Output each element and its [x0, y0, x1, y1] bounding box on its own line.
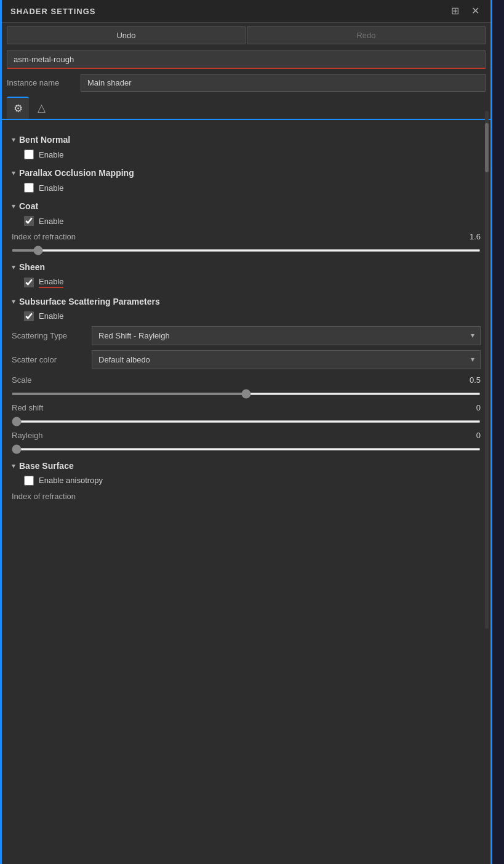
tab-icons-row: ⚙ △: [2, 94, 490, 120]
sheen-chevron: ▾: [12, 263, 15, 271]
rayleigh-slider-row: [12, 442, 481, 452]
close-icon: ✕: [471, 6, 479, 16]
coat-chevron: ▾: [12, 202, 15, 210]
base-surface-title: Base Surface: [19, 461, 74, 471]
bent-normal-enable-row: Enable: [24, 150, 481, 159]
red-shift-slider[interactable]: [12, 420, 481, 423]
shape-triangle-icon: △: [38, 102, 46, 114]
content-area: ▾ Bent Normal Enable ▾ Parallax Occlusio…: [2, 120, 490, 864]
scale-label: Scale: [12, 375, 32, 385]
title-bar: SHADER SETTINGS ⊞ ✕: [2, 0, 490, 23]
coat-ior-label: Index of refraction: [12, 232, 76, 241]
sss-enable-row: Enable: [24, 311, 481, 321]
scrollbar-thumb[interactable]: [485, 123, 489, 172]
parallax-section-header[interactable]: ▾ Parallax Occlusion Mapping: [12, 168, 481, 178]
bent-normal-enable-label: Enable: [39, 150, 63, 159]
parallax-chevron: ▾: [12, 169, 15, 177]
rayleigh-param-row: Rayleigh 0: [12, 431, 481, 440]
base-surface-ior-row: Index of refraction: [12, 492, 481, 501]
sheen-title: Sheen: [19, 262, 45, 272]
rayleigh-label: Rayleigh: [12, 431, 43, 440]
parallax-enable-label: Enable: [39, 183, 63, 193]
parallax-enable-checkbox[interactable]: [24, 183, 34, 193]
sheen-section-header[interactable]: ▾ Sheen: [12, 262, 481, 272]
base-surface-anisotropy-checkbox[interactable]: [24, 476, 34, 486]
base-surface-chevron: ▾: [12, 462, 15, 470]
red-shift-label: Red shift: [12, 403, 43, 412]
scattering-type-label: Scattering Type: [12, 331, 86, 340]
coat-title: Coat: [19, 201, 38, 211]
scatter-color-row: Scatter color Default albedo Custom Text…: [12, 350, 481, 369]
scattering-type-row: Scattering Type Red Shift - Rayleigh Ray…: [12, 326, 481, 345]
base-surface-ior-label: Index of refraction: [12, 492, 76, 501]
scatter-color-wrapper: Default albedo Custom Texture ▾: [92, 350, 481, 369]
shader-name-row: asm-metal-rough: [2, 48, 490, 71]
bent-normal-title: Bent Normal: [19, 135, 70, 145]
coat-enable-label: Enable: [39, 217, 63, 226]
red-shift-slider-row: [12, 415, 481, 425]
scale-param-row: Scale 0.5: [12, 375, 481, 385]
scattering-type-wrapper: Red Shift - Rayleigh Rayleigh Mie Henyey…: [92, 326, 481, 345]
red-shift-value: 0: [462, 403, 481, 412]
base-surface-anisotropy-label: Enable anisotropy: [39, 476, 103, 485]
undo-button[interactable]: Undo: [7, 26, 246, 44]
bent-normal-enable-checkbox[interactable]: [24, 150, 34, 159]
close-button[interactable]: ✕: [469, 5, 482, 17]
sheen-enable-row: Enable: [24, 277, 481, 288]
parallax-enable-row: Enable: [24, 183, 481, 193]
scale-slider[interactable]: [12, 393, 481, 395]
dialog-title: SHADER SETTINGS: [10, 7, 96, 16]
title-bar-icons: ⊞ ✕: [449, 5, 482, 17]
scattering-type-select[interactable]: Red Shift - Rayleigh Rayleigh Mie Henyey…: [92, 326, 481, 345]
parallax-title: Parallax Occlusion Mapping: [19, 168, 134, 178]
base-surface-anisotropy-row: Enable anisotropy: [24, 476, 481, 486]
coat-enable-row: Enable: [24, 216, 481, 226]
instance-name-input[interactable]: [81, 74, 486, 92]
sss-chevron: ▾: [12, 297, 15, 306]
red-shift-param-row: Red shift 0: [12, 403, 481, 412]
scatter-color-select[interactable]: Default albedo Custom Texture: [92, 350, 481, 369]
coat-ior-value: 1.6: [462, 232, 481, 241]
rayleigh-slider[interactable]: [12, 448, 481, 450]
shader-name-input[interactable]: asm-metal-rough: [7, 50, 486, 69]
bent-normal-chevron: ▾: [12, 135, 15, 144]
settings-gear-icon: ⚙: [14, 102, 23, 115]
bent-normal-section-header[interactable]: ▾ Bent Normal: [12, 135, 481, 145]
sss-enable-checkbox[interactable]: [24, 311, 34, 321]
scale-slider-row: [12, 387, 481, 397]
sheen-enable-label: Enable: [39, 277, 63, 288]
grid-icon: ⊞: [451, 6, 459, 16]
tab-settings-icon[interactable]: ⚙: [7, 97, 29, 119]
coat-ior-slider[interactable]: [12, 249, 481, 252]
tab-shape-icon[interactable]: △: [30, 97, 52, 119]
redo-button[interactable]: Redo: [247, 26, 486, 44]
grid-icon-button[interactable]: ⊞: [449, 5, 462, 17]
sheen-enable-checkbox[interactable]: [24, 278, 34, 287]
coat-enable-checkbox[interactable]: [24, 216, 34, 226]
sss-enable-label: Enable: [39, 311, 63, 321]
scale-value: 0.5: [462, 375, 481, 385]
rayleigh-value: 0: [462, 431, 481, 440]
sss-title: Subsurface Scattering Parameters: [19, 297, 160, 306]
scatter-color-label: Scatter color: [12, 355, 86, 364]
base-surface-section-header[interactable]: ▾ Base Surface: [12, 461, 481, 471]
sss-section-header[interactable]: ▾ Subsurface Scattering Parameters: [12, 297, 481, 306]
coat-section-header[interactable]: ▾ Coat: [12, 201, 481, 211]
instance-name-label: Instance name: [7, 78, 74, 87]
scrollbar[interactable]: [485, 111, 489, 629]
coat-ior-slider-row: [12, 244, 481, 254]
instance-name-row: Instance name: [2, 71, 490, 94]
coat-ior-row: Index of refraction 1.6: [12, 232, 481, 241]
undo-redo-toolbar: Undo Redo: [2, 23, 490, 48]
